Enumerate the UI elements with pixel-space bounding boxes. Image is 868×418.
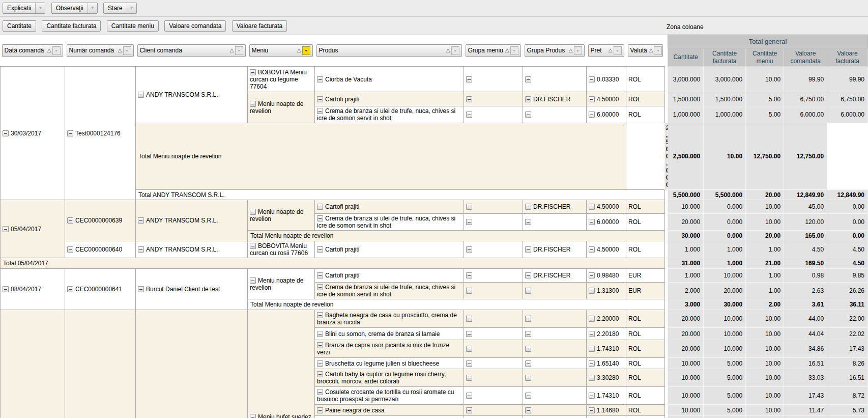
collapse-icon[interactable] (466, 375, 472, 381)
collapse-icon[interactable] (466, 331, 472, 337)
collapse-icon[interactable] (589, 316, 595, 322)
collapse-icon[interactable] (138, 217, 144, 224)
collapse-icon[interactable] (317, 407, 323, 413)
collapse-icon[interactable] (3, 226, 9, 232)
collapse-icon[interactable] (525, 375, 531, 381)
filter-icon[interactable]: ▼ (654, 46, 662, 55)
filter-icon[interactable]: ▼ (510, 46, 518, 55)
collapse-icon[interactable] (525, 288, 531, 294)
collapse-icon[interactable] (317, 96, 323, 102)
collapse-icon[interactable] (589, 407, 595, 413)
collapse-icon[interactable] (589, 76, 595, 82)
collapse-icon[interactable] (317, 76, 323, 82)
collapse-icon[interactable] (466, 272, 472, 278)
collapse-icon[interactable] (317, 389, 323, 395)
collapse-icon[interactable] (317, 312, 323, 318)
collapse-icon[interactable] (138, 246, 144, 253)
filter-icon[interactable]: ▼ (451, 46, 459, 55)
collapse-icon[interactable] (525, 360, 531, 367)
filter-icon[interactable]: ▼ (52, 46, 61, 55)
collapse-icon[interactable] (525, 393, 531, 399)
collapse-icon[interactable] (466, 96, 472, 102)
collapse-icon[interactable] (466, 393, 472, 399)
collapse-icon[interactable] (525, 346, 531, 352)
collapse-icon[interactable] (67, 217, 73, 224)
collapse-icon[interactable] (67, 286, 73, 292)
collapse-icon[interactable] (317, 371, 323, 377)
collapse-icon[interactable] (317, 342, 323, 348)
collapse-icon[interactable] (589, 346, 595, 352)
value-column-header-valoare-comandata[interactable]: Valoare comandata (784, 48, 827, 67)
collapse-icon[interactable] (317, 108, 323, 114)
collapse-icon[interactable] (589, 375, 595, 381)
collapse-icon[interactable] (317, 331, 323, 337)
value-column-header-valoare-facturata[interactable]: Valoare facturata (827, 48, 868, 67)
data-field-cantitate-facturata[interactable]: Cantitate facturata (42, 20, 101, 32)
collapse-icon[interactable] (3, 130, 9, 136)
collapse-icon[interactable] (67, 130, 73, 136)
column-header-produs[interactable]: Produs△▼ (316, 44, 462, 57)
value-column-header-cantitate-meniu[interactable]: Cantitate meniu (746, 48, 784, 67)
collapse-icon[interactable] (317, 246, 323, 253)
collapse-icon[interactable] (466, 219, 472, 225)
collapse-icon[interactable] (525, 407, 531, 413)
filter-icon[interactable]: ▼ (235, 46, 243, 55)
collapse-icon[interactable] (525, 246, 531, 253)
collapse-icon[interactable] (466, 76, 472, 82)
collapse-icon[interactable] (466, 316, 472, 322)
chevron-down-icon[interactable]: ▼ (35, 3, 45, 13)
collapse-icon[interactable] (250, 277, 256, 284)
collapse-icon[interactable] (466, 346, 472, 352)
filter-field-stare[interactable]: Stare▼ (103, 3, 137, 14)
collapse-icon[interactable] (466, 360, 472, 367)
collapse-icon[interactable] (250, 243, 256, 249)
collapse-icon[interactable] (525, 112, 531, 118)
column-header-numar-comanda[interactable]: Număr comandă△▼ (67, 44, 134, 57)
collapse-icon[interactable] (589, 112, 595, 118)
column-header-valuta[interactable]: Valută△▼ (628, 44, 663, 57)
collapse-icon[interactable] (250, 69, 256, 75)
collapse-icon[interactable] (466, 288, 472, 294)
collapse-icon[interactable] (466, 112, 472, 118)
chevron-down-icon[interactable]: ▼ (88, 3, 97, 13)
filter-icon[interactable]: ▼ (574, 46, 582, 55)
collapse-icon[interactable] (466, 407, 472, 413)
chevron-down-icon[interactable]: ▼ (127, 3, 136, 13)
collapse-icon[interactable] (3, 286, 9, 292)
collapse-icon[interactable] (589, 96, 595, 102)
value-column-header-cantitate[interactable]: Cantitate (668, 48, 704, 67)
column-header-grupa-produs[interactable]: Grupa Produs△▼ (525, 44, 585, 57)
collapse-icon[interactable] (317, 284, 323, 290)
collapse-icon[interactable] (138, 286, 144, 292)
collapse-icon[interactable] (466, 246, 472, 253)
filter-field-observatii[interactable]: Observaţii▼ (51, 3, 98, 14)
collapse-icon[interactable] (525, 331, 531, 337)
value-column-header-cantitate-facturata[interactable]: Cantitate facturata (704, 48, 746, 67)
collapse-icon[interactable] (250, 101, 256, 107)
collapse-icon[interactable] (525, 96, 531, 102)
collapse-icon[interactable] (250, 209, 256, 215)
collapse-icon[interactable] (466, 204, 472, 210)
filter-icon[interactable]: ▼ (123, 46, 131, 55)
collapse-icon[interactable] (525, 76, 531, 82)
filter-active-icon[interactable]: ▼ (302, 46, 310, 55)
column-header-meniu[interactable]: Meniu△▼ (249, 44, 313, 57)
column-header-pret[interactable]: Pret△▼ (588, 44, 624, 57)
collapse-icon[interactable] (67, 246, 73, 253)
collapse-icon[interactable] (250, 414, 256, 418)
collapse-icon[interactable] (589, 360, 595, 367)
data-field-cantitate[interactable]: Cantitate (3, 20, 36, 32)
collapse-icon[interactable] (525, 219, 531, 225)
filter-field-explicatii[interactable]: Explicatii▼ (3, 3, 45, 14)
collapse-icon[interactable] (525, 316, 531, 322)
collapse-icon[interactable] (589, 288, 595, 294)
collapse-icon[interactable] (589, 331, 595, 337)
collapse-icon[interactable] (317, 204, 323, 210)
collapse-icon[interactable] (317, 272, 323, 278)
data-field-cantitate-meniu[interactable]: Cantitate meniu (107, 20, 159, 32)
collapse-icon[interactable] (525, 272, 531, 278)
collapse-icon[interactable] (525, 204, 531, 210)
collapse-icon[interactable] (589, 272, 595, 278)
data-field-valoare-facturata[interactable]: Valoare facturata (232, 20, 287, 32)
collapse-icon[interactable] (589, 204, 595, 210)
